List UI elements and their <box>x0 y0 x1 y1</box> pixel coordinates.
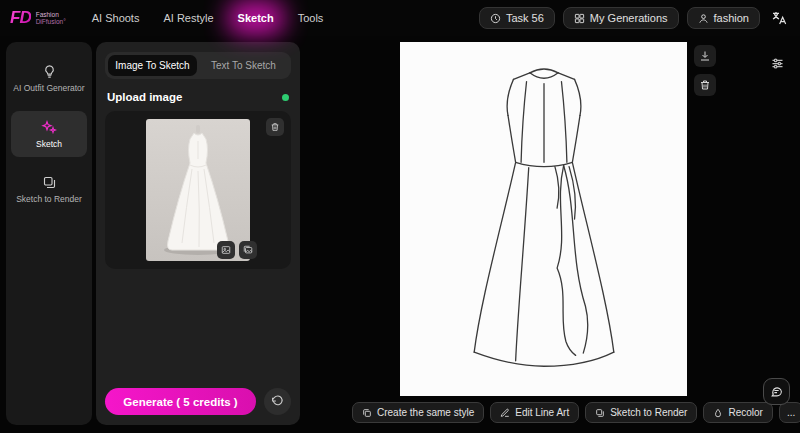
layers-icon <box>595 408 605 418</box>
mode-tabs: Image To Sketch Text To Sketch <box>105 52 291 79</box>
result-canvas[interactable] <box>400 42 687 396</box>
sidebar-item-label: Sketch to Render <box>16 194 82 204</box>
dress-line-art <box>424 54 664 384</box>
recolor-button[interactable]: Recolor <box>703 402 772 423</box>
tab-image-to-sketch[interactable]: Image To Sketch <box>108 55 197 76</box>
nav-ai-shoots[interactable]: AI Shoots <box>82 7 150 29</box>
feedback-chat-button[interactable] <box>763 378 790 405</box>
nav-label: Tools <box>298 12 324 24</box>
sidebar-item-sketch-to-render[interactable]: Sketch to Render <box>11 167 87 212</box>
clock-icon <box>490 13 501 24</box>
header: FD Fashion DiFfusion° AI Shoots AI Resty… <box>0 0 800 36</box>
my-generations-button[interactable]: My Generations <box>563 7 679 29</box>
sketch-panel: Image To Sketch Text To Sketch Upload im… <box>96 42 300 425</box>
header-actions: Task 56 My Generations fashion <box>479 7 790 29</box>
toolbar-label: Create the same style <box>377 407 474 418</box>
nav-ai-restyle[interactable]: AI Restyle <box>153 7 223 29</box>
nav-tools[interactable]: Tools <box>288 7 334 29</box>
sidebar-item-label: AI Outfit Generator <box>13 83 84 93</box>
tab-text-to-sketch[interactable]: Text To Sketch <box>199 55 288 76</box>
tab-label: Image To Sketch <box>115 60 189 71</box>
copy-icon <box>362 408 372 418</box>
bottom-toolbar: Create the same style Edit Line Art Sket… <box>352 402 800 423</box>
generate-button[interactable]: Generate ( 5 credits ) <box>105 388 256 415</box>
lightbulb-icon <box>42 64 57 79</box>
toolbar-label: Sketch to Render <box>610 407 687 418</box>
delete-upload-button[interactable] <box>266 118 284 136</box>
nav-sketch[interactable]: Sketch <box>228 7 284 29</box>
task-label: Task 56 <box>506 12 544 24</box>
toolbar-label: Recolor <box>728 407 762 418</box>
layers-icon <box>42 175 57 190</box>
task-button[interactable]: Task 56 <box>479 7 555 29</box>
toolbar-label: Edit Line Art <box>515 407 569 418</box>
thumb-actions <box>217 241 257 259</box>
trash-icon <box>699 79 711 91</box>
view-image-button[interactable] <box>217 241 235 259</box>
replace-image-button[interactable] <box>239 241 257 259</box>
gallery-icon <box>243 245 253 255</box>
grid-icon <box>574 13 585 24</box>
create-same-style-button[interactable]: Create the same style <box>352 402 484 423</box>
recolor-icon <box>713 408 723 418</box>
dress-photo-graphic <box>146 119 250 261</box>
tab-label: Text To Sketch <box>211 60 276 71</box>
sliders-icon <box>770 56 785 71</box>
more-icon: ... <box>787 407 795 418</box>
upload-header: Upload image <box>107 91 289 103</box>
pen-icon <box>500 408 510 418</box>
upload-status-dot <box>282 94 289 101</box>
generations-label: My Generations <box>590 12 668 24</box>
sidebar-item-sketch[interactable]: Sketch <box>11 111 87 157</box>
main-nav: AI Shoots AI Restyle Sketch Tools <box>82 7 334 29</box>
brand-logo: FD <box>10 8 31 28</box>
brand[interactable]: FD Fashion DiFfusion° <box>10 8 66 28</box>
image-icon <box>221 245 231 255</box>
upload-label: Upload image <box>107 91 182 103</box>
nav-label: AI Shoots <box>92 12 140 24</box>
uploaded-dress-photo[interactable] <box>146 119 250 261</box>
account-label: fashion <box>714 12 749 24</box>
brand-line1: Fashion <box>36 11 59 18</box>
delete-result-button[interactable] <box>694 74 716 96</box>
panel-spacer <box>105 269 291 388</box>
nav-label: Sketch <box>238 12 274 24</box>
chat-icon <box>770 385 783 398</box>
sidebar-item-label: Sketch <box>36 139 62 149</box>
reset-button[interactable] <box>264 388 291 415</box>
rotate-ccw-icon <box>271 395 284 408</box>
sparkles-icon <box>41 119 57 135</box>
download-icon <box>699 50 711 62</box>
more-options-button[interactable]: ... <box>779 402 800 423</box>
nav-label: AI Restyle <box>163 12 213 24</box>
sidebar: AI Outfit Generator Sketch Sketch to Ren… <box>6 42 92 425</box>
account-button[interactable]: fashion <box>687 7 760 29</box>
brand-name: Fashion DiFfusion° <box>36 11 66 25</box>
user-icon <box>698 13 709 24</box>
brand-line2: DiFfusion° <box>36 18 66 25</box>
translate-icon[interactable] <box>768 7 790 29</box>
canvas-actions <box>694 45 716 96</box>
sidebar-item-ai-outfit-generator[interactable]: AI Outfit Generator <box>11 56 87 101</box>
adjustments-panel-toggle[interactable] <box>766 52 788 74</box>
generate-row: Generate ( 5 credits ) <box>105 388 291 415</box>
uploaded-image-container[interactable] <box>105 111 291 269</box>
sketch-to-render-button[interactable]: Sketch to Render <box>585 402 697 423</box>
edit-line-art-button[interactable]: Edit Line Art <box>490 402 579 423</box>
trash-icon <box>270 122 280 132</box>
download-button[interactable] <box>694 45 716 67</box>
